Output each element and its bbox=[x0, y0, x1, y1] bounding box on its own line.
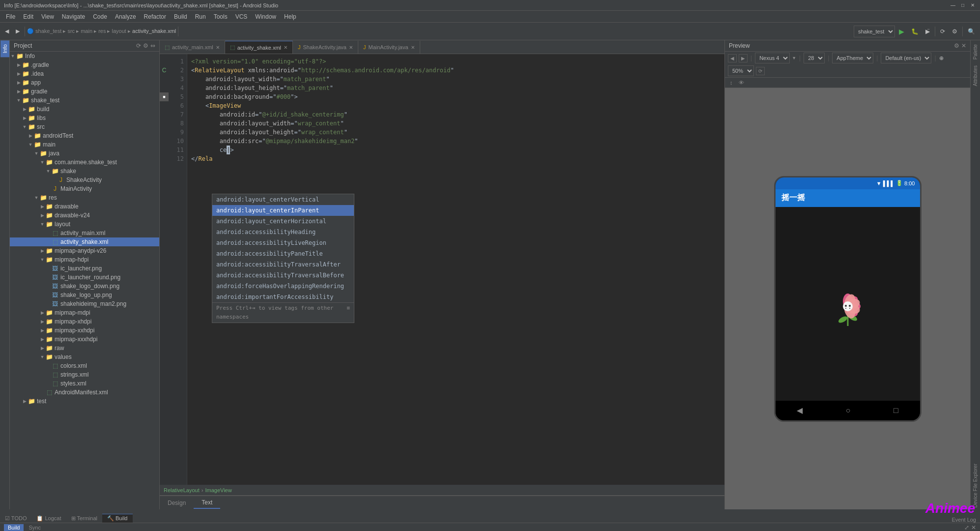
tree-item-app[interactable]: ▶📁app bbox=[10, 78, 159, 87]
ac-item-accessibilityPaneTitle[interactable]: android:accessibilityPaneTitle bbox=[212, 248, 354, 259]
search-everywhere[interactable]: 🔍 bbox=[965, 25, 978, 38]
tree-item-build[interactable]: ▶📁build bbox=[10, 105, 159, 114]
sync-sub-tab[interactable]: Sync bbox=[25, 524, 44, 531]
tab-activity-shake[interactable]: ⬚ activity_shake.xml ✕ bbox=[225, 41, 293, 54]
coverage-button[interactable]: ▶̈ bbox=[922, 25, 933, 38]
menu-help[interactable]: Help bbox=[280, 12, 300, 21]
tab-main-activity[interactable]: J MainActivity.java ✕ bbox=[358, 41, 420, 54]
tree-item-gradle[interactable]: ▶📁.gradle bbox=[10, 60, 159, 69]
gear-icon[interactable]: ⚙ bbox=[143, 42, 148, 49]
forward-button[interactable]: ▶ bbox=[13, 25, 23, 38]
tree-item-info[interactable]: ▼📁Info bbox=[10, 52, 159, 60]
back-nav-icon[interactable]: ◀ bbox=[797, 406, 803, 415]
expand-icon[interactable]: ⇔ bbox=[150, 42, 155, 49]
tree-item-src[interactable]: ▼📁src bbox=[10, 122, 159, 131]
tab-shake-activity[interactable]: J ShakeActivity.java ✕ bbox=[293, 41, 358, 54]
tree-item-MainActivity[interactable]: JMainActivity bbox=[10, 184, 159, 193]
attributes-tab[interactable]: Attributes bbox=[972, 63, 979, 88]
ac-item-accessibilityTraversalBefore[interactable]: android:accessibilityTraversalBefore bbox=[212, 270, 354, 281]
tree-item-ic_launcher.png[interactable]: 🖼ic_launcher.png bbox=[10, 264, 159, 273]
tree-item-shakehideimg_man2.png[interactable]: 🖼shakehideimg_man2.png bbox=[10, 299, 159, 308]
minimize-button[interactable]: — bbox=[950, 2, 956, 9]
tree-item-drawable-v24[interactable]: ▶📁drawable-v24 bbox=[10, 211, 159, 220]
run-config-dropdown[interactable]: shake_test bbox=[854, 26, 895, 37]
breadcrumb-relativelayout[interactable]: RelativeLayout bbox=[164, 487, 200, 493]
preview-nav-left[interactable]: ◀ bbox=[728, 54, 737, 62]
tab-activity-main[interactable]: ⬚ activity_main.xml ✕ bbox=[160, 41, 225, 54]
tree-item-test[interactable]: ▶📁test bbox=[10, 397, 159, 406]
tree-item-libs[interactable]: ▶📁libs bbox=[10, 114, 159, 122]
settings-button[interactable]: ⚙ bbox=[949, 25, 960, 38]
device-dropdown[interactable]: Nexus 4 bbox=[755, 53, 790, 63]
tree-item-shake[interactable]: ▼📁shake bbox=[10, 167, 159, 176]
menu-analyze[interactable]: Analyze bbox=[111, 12, 140, 21]
preview-eye-btn[interactable]: 👁 bbox=[737, 79, 746, 87]
tree-item-main[interactable]: ▼📁main bbox=[10, 140, 159, 149]
tree-item-activity_main.xml[interactable]: ⬚activity_main.xml bbox=[10, 229, 159, 237]
debug-button[interactable]: 🐛 bbox=[908, 25, 922, 38]
tree-item-ic_launcher_round.png[interactable]: 🖼ic_launcher_round.png bbox=[10, 273, 159, 282]
ac-item-accessibilityHeading[interactable]: android:accessibilityHeading bbox=[212, 227, 354, 237]
close-button[interactable]: ✕ bbox=[969, 2, 976, 9]
menu-vcs[interactable]: VCS bbox=[231, 12, 252, 21]
tree-item-drawable[interactable]: ▶📁drawable bbox=[10, 202, 159, 211]
tree-item-layout[interactable]: ▼📁layout bbox=[10, 220, 159, 229]
build-sub-tab[interactable]: Build bbox=[4, 524, 24, 531]
code-editor[interactable]: C ■ 1 2 3 4 5 6 7 8 9 10 11 12 bbox=[160, 54, 724, 485]
tree-item-com[interactable]: ▼📁com.animee.shake_test bbox=[10, 158, 159, 167]
ac-item-centerInParent[interactable]: android:layout_centerInParent bbox=[212, 205, 354, 216]
tree-item-res[interactable]: ▼📁res bbox=[10, 193, 159, 202]
sync-icon[interactable]: ⟳ bbox=[136, 42, 141, 49]
tree-item-mipmap-anydpi-v26[interactable]: ▶📁mipmap-anydpi-v26 bbox=[10, 246, 159, 255]
palette-tab[interactable]: Palette bbox=[972, 42, 979, 61]
menu-view[interactable]: View bbox=[37, 12, 58, 21]
code-content[interactable]: <?xml version="1.0" encoding="utf-8"?> <… bbox=[187, 54, 724, 485]
maximize-button[interactable]: □ bbox=[959, 2, 966, 9]
menu-code[interactable]: Code bbox=[89, 12, 111, 21]
menu-file[interactable]: File bbox=[2, 12, 19, 21]
preview-settings-icon[interactable]: ⚙ bbox=[954, 42, 959, 49]
locale-dropdown[interactable]: Default (en-us) bbox=[881, 53, 931, 63]
ac-item-centerVertical[interactable]: android:layout_centerVertical bbox=[212, 194, 354, 205]
close-tab-shake[interactable]: ✕ bbox=[284, 45, 288, 50]
tree-item-values[interactable]: ▼📁values bbox=[10, 353, 159, 361]
preview-refresh[interactable]: ⟳ bbox=[756, 67, 765, 75]
api-level-dropdown[interactable]: 28 bbox=[804, 53, 825, 63]
event-log-tab[interactable]: Event Log bbox=[948, 517, 980, 523]
tree-item-styles.xml[interactable]: ⬚styles.xml bbox=[10, 379, 159, 388]
todo-tab[interactable]: ☑ TODO bbox=[0, 514, 31, 523]
info-panel-tab[interactable]: Info bbox=[0, 40, 9, 57]
expand-panel-icon[interactable]: ⤢ bbox=[964, 524, 969, 531]
back-button[interactable]: ◀ bbox=[2, 25, 12, 38]
preview-nav-right[interactable]: ▶ bbox=[739, 54, 748, 62]
ac-item-accessibilityTraversalAfter[interactable]: android:accessibilityTraversalAfter bbox=[212, 259, 354, 270]
build-tab[interactable]: 🔨 Build bbox=[102, 514, 133, 523]
menu-refactor[interactable]: Refactor bbox=[140, 12, 170, 21]
tree-item-colors.xml[interactable]: ⬚colors.xml bbox=[10, 361, 159, 370]
preview-close-icon[interactable]: ✕ bbox=[961, 42, 966, 49]
ac-item-forceHasOverlapping[interactable]: android:forceHasOverlappingRendering bbox=[212, 281, 354, 292]
tree-item-mipmap-xhdpi[interactable]: ▶📁mipmap-xhdpi bbox=[10, 317, 159, 326]
zoom-dropdown[interactable]: 50% bbox=[728, 65, 754, 76]
tree-item-mipmap-hdpi[interactable]: ▼📁mipmap-hdpi bbox=[10, 255, 159, 264]
tree-item-mipmap-xxxhdpi[interactable]: ▶📁mipmap-xxxhdpi bbox=[10, 335, 159, 344]
home-nav-icon[interactable]: ○ bbox=[846, 406, 851, 415]
close-tab-main-java[interactable]: ✕ bbox=[411, 45, 415, 50]
tree-item-gradle2[interactable]: ▶📁gradle bbox=[10, 87, 159, 96]
breadcrumb-imageview[interactable]: ImageView bbox=[205, 487, 231, 493]
tab-design[interactable]: Design bbox=[160, 498, 194, 508]
ac-item-centerHorizontal[interactable]: android:layout_centerHorizontal bbox=[212, 216, 354, 227]
tree-item-ShakeActivity[interactable]: JShakeActivity bbox=[10, 176, 159, 184]
tree-item-mipmap-mdpi[interactable]: ▶📁mipmap-mdpi bbox=[10, 308, 159, 317]
tree-item-AndroidManifest.xml[interactable]: ⬚AndroidManifest.xml bbox=[10, 388, 159, 397]
tab-text[interactable]: Text bbox=[194, 497, 220, 509]
tree-item-strings.xml[interactable]: ⬚strings.xml bbox=[10, 370, 159, 379]
ac-item-importantForAccessibility[interactable]: android:importantForAccessibility bbox=[212, 292, 354, 302]
menu-build[interactable]: Build bbox=[170, 12, 191, 21]
tree-item-activity_shake.xml[interactable]: ⬚activity_shake.xml bbox=[10, 237, 159, 246]
tree-item-idea[interactable]: ▶📁.idea bbox=[10, 69, 159, 78]
tree-item-java[interactable]: ▼📁java bbox=[10, 149, 159, 158]
tree-item-shake_logo_down.png[interactable]: 🖼shake_logo_down.png bbox=[10, 282, 159, 291]
menu-run[interactable]: Run bbox=[191, 12, 210, 21]
menu-navigate[interactable]: Navigate bbox=[58, 12, 89, 21]
